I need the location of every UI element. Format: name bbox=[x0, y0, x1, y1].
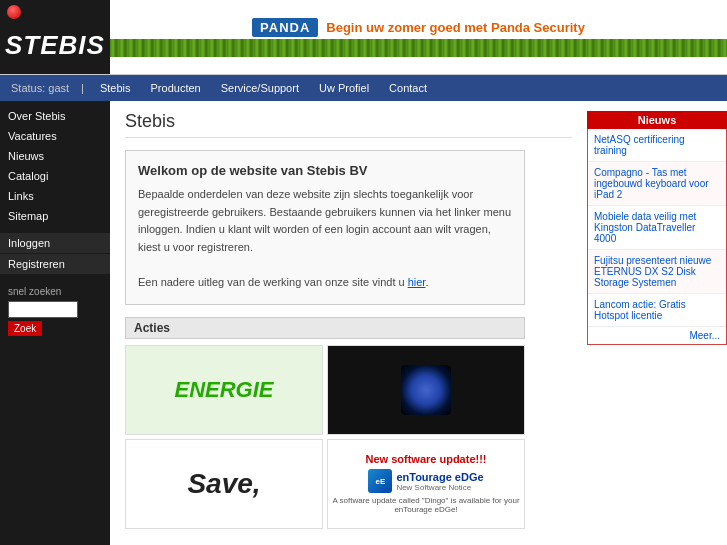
nav-producten[interactable]: Producten bbox=[141, 82, 211, 94]
acties-section: Acties ENERGIE Save, New software update… bbox=[125, 317, 525, 529]
nav-stebis[interactable]: Stebis bbox=[90, 82, 141, 94]
software-update-title: New software update!!! bbox=[365, 453, 486, 465]
panda-logo: PANDA Begin uw zomer goed met Panda Secu… bbox=[252, 18, 585, 37]
search-input[interactable] bbox=[8, 301, 78, 318]
nieuws-item-1: Compagno - Tas met ingebouwd keyboard vo… bbox=[588, 162, 726, 206]
welcome-box: Welkom op de website van Stebis BV Bepaa… bbox=[125, 150, 525, 305]
acties-title: Acties bbox=[125, 317, 525, 339]
welcome-hier-link[interactable]: hier bbox=[408, 276, 426, 288]
nieuws-meer: Meer... bbox=[588, 327, 726, 344]
nieuws-item-2: Mobiele data veilig met Kingston DataTra… bbox=[588, 206, 726, 250]
acties-grid: ENERGIE Save, New software update!!! eE … bbox=[125, 345, 525, 529]
nieuws-link-1[interactable]: Compagno - Tas met ingebouwd keyboard vo… bbox=[594, 167, 720, 200]
welcome-para2-after: . bbox=[425, 276, 428, 288]
energie-text: ENERGIE bbox=[174, 377, 273, 403]
nieuws-header: Nieuws bbox=[587, 111, 727, 129]
nieuws-link-0[interactable]: NetASQ certificering training bbox=[594, 134, 720, 156]
nav-contact[interactable]: Contact bbox=[379, 82, 437, 94]
banner-inner: PANDA Begin uw zomer goed met Panda Secu… bbox=[110, 18, 727, 57]
nieuws-link-2[interactable]: Mobiele data veilig met Kingston DataTra… bbox=[594, 211, 720, 244]
nieuws-link-3[interactable]: Fujitsu presenteert nieuwe ETERNUS DX S2… bbox=[594, 255, 720, 288]
sidebar-registreren[interactable]: Registreren bbox=[0, 254, 110, 274]
main-content: Stebis Welkom op de website van Stebis B… bbox=[110, 101, 587, 545]
sidebar-menu: Over Stebis Vacatures Nieuws Catalogi Li… bbox=[0, 106, 110, 226]
logo-text: STEBIS bbox=[5, 30, 105, 61]
nav-separator: | bbox=[75, 82, 90, 94]
panda-tagline: Begin uw zomer goed met Panda Security bbox=[326, 20, 585, 35]
sidebar-item-catalogi[interactable]: Catalogi bbox=[0, 166, 110, 186]
welcome-text: Bepaalde onderdelen van deze website zij… bbox=[138, 186, 512, 292]
nieuws-item-3: Fujitsu presenteert nieuwe ETERNUS DX S2… bbox=[588, 250, 726, 294]
actie-software: New software update!!! eE enTourage eDGe… bbox=[327, 439, 525, 529]
actie-save: Save, bbox=[125, 439, 323, 529]
navbar: Status: gast | Stebis Producten Service/… bbox=[0, 75, 727, 101]
software-desc: A software update called "Dingo" is avai… bbox=[328, 496, 524, 514]
nieuws-item-0: NetASQ certificering training bbox=[588, 129, 726, 162]
nieuws-link-4[interactable]: Lancom actie: Gratis Hotspot licentie bbox=[594, 299, 720, 321]
welcome-para2-before: Een nadere uitleg van de werking van onz… bbox=[138, 276, 408, 288]
entourage-logo: eE enTourage eDGe New Software Notice bbox=[368, 469, 483, 493]
grass-decoration bbox=[110, 39, 727, 57]
search-label: snel zoeken bbox=[8, 286, 102, 297]
dark-glow-visual bbox=[401, 365, 451, 415]
main-layout: Over Stebis Vacatures Nieuws Catalogi Li… bbox=[0, 101, 727, 545]
sidebar-inloggen[interactable]: Inloggen bbox=[0, 233, 110, 253]
sidebar-item-links[interactable]: Links bbox=[0, 186, 110, 206]
nav-uw-profiel[interactable]: Uw Profiel bbox=[309, 82, 379, 94]
sidebar: Over Stebis Vacatures Nieuws Catalogi Li… bbox=[0, 101, 110, 545]
nieuws-item-4: Lancom actie: Gratis Hotspot licentie bbox=[588, 294, 726, 327]
logo: STEBIS bbox=[5, 13, 105, 61]
sidebar-item-nieuws[interactable]: Nieuws bbox=[0, 146, 110, 166]
banner-area: PANDA Begin uw zomer goed met Panda Secu… bbox=[110, 0, 727, 74]
entourage-sub: New Software Notice bbox=[396, 483, 483, 492]
panda-brand: PANDA bbox=[252, 18, 318, 37]
actie-energie: ENERGIE bbox=[125, 345, 323, 435]
logo-area: STEBIS bbox=[0, 0, 110, 74]
nieuws-sidebar: Nieuws NetASQ certificering training Com… bbox=[587, 111, 727, 545]
status-label: Status: gast bbox=[5, 82, 75, 94]
entourage-info: enTourage eDGe New Software Notice bbox=[396, 471, 483, 492]
sidebar-item-vacatures[interactable]: Vacatures bbox=[0, 126, 110, 146]
logo-circle-icon bbox=[7, 5, 21, 19]
search-button[interactable]: Zoek bbox=[8, 321, 42, 336]
nav-service-support[interactable]: Service/Support bbox=[211, 82, 309, 94]
save-text: Save, bbox=[187, 468, 260, 500]
header: STEBIS PANDA Begin uw zomer goed met Pan… bbox=[0, 0, 727, 75]
sidebar-divider bbox=[0, 226, 110, 232]
sidebar-item-sitemap[interactable]: Sitemap bbox=[0, 206, 110, 226]
page-title: Stebis bbox=[125, 111, 572, 138]
welcome-para1: Bepaalde onderdelen van deze website zij… bbox=[138, 188, 511, 253]
entourage-name: enTourage eDGe bbox=[396, 471, 483, 483]
sidebar-item-over-stebis[interactable]: Over Stebis bbox=[0, 106, 110, 126]
nieuws-meer-link[interactable]: Meer... bbox=[689, 330, 720, 341]
search-section: snel zoeken Zoek bbox=[0, 278, 110, 344]
entourage-icon: eE bbox=[368, 469, 392, 493]
actie-dark bbox=[327, 345, 525, 435]
nieuws-list: NetASQ certificering training Compagno -… bbox=[587, 129, 727, 345]
welcome-title: Welkom op de website van Stebis BV bbox=[138, 163, 512, 178]
